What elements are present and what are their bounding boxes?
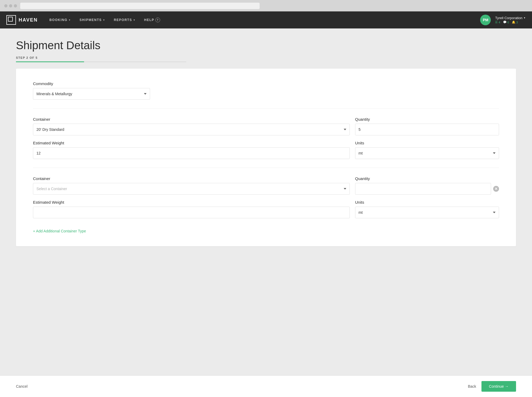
container-label-2: Container <box>33 176 350 181</box>
dot-minimize <box>9 4 12 7</box>
list-badge[interactable]: ☰ 4 <box>495 20 500 24</box>
container-select-2[interactable]: Select a Container 20' Dry Standard 40' … <box>33 183 350 195</box>
nav-shipments[interactable]: Shipments ▼ <box>76 11 109 28</box>
divider-2 <box>33 168 499 168</box>
commodity-select[interactable]: Minerals & Metallurgy Electronics Chemic… <box>33 88 150 100</box>
units-label-1: Units <box>355 141 499 145</box>
company-name[interactable]: Tyrell Corporation ▼ <box>495 16 526 20</box>
nav-logo[interactable]: HAVEN <box>6 15 38 25</box>
help-icon: ? <box>155 18 160 22</box>
container-col-1: Container 20' Dry Standard 40' Dry Stand… <box>33 117 350 135</box>
weight-label-2: Estimated Weight <box>33 200 350 204</box>
nav-help[interactable]: Help ? <box>141 11 163 28</box>
nav-booking[interactable]: Booking ▼ <box>46 11 74 28</box>
nav-shipments-caret: ▼ <box>103 19 105 21</box>
units-label-2: Units <box>355 200 499 204</box>
units-col-1: Units mt kg lbs <box>355 141 499 159</box>
weight-input-1[interactable] <box>33 147 350 159</box>
weight-row-1: Estimated Weight Units mt kg lbs <box>33 141 499 159</box>
notif-count: 3 <box>516 21 518 24</box>
weight-row-2: Estimated Weight Units mt kg lbs <box>33 200 499 218</box>
units-select-2[interactable]: mt kg lbs <box>355 207 499 218</box>
user-info: Tyrell Corporation ▼ ☰ 4 💬 6 🔔 3 <box>495 16 526 24</box>
notif-badge[interactable]: 🔔 3 <box>512 20 518 24</box>
weight-input-2[interactable] <box>33 207 350 218</box>
nav-links: Booking ▼ Shipments ▼ Reports ▼ Help ? <box>46 11 472 28</box>
list-count: 4 <box>498 21 500 24</box>
weight-col-2: Estimated Weight <box>33 200 350 218</box>
company-name-text: Tyrell Corporation <box>495 16 522 20</box>
main-content: Shipment Details Step 2 of 5 Commodity M… <box>0 28 532 375</box>
container-col-2: Container Select a Container 20' Dry Sta… <box>33 176 350 195</box>
nav-booking-label: Booking <box>49 18 68 22</box>
weight-col-1: Estimated Weight <box>33 141 350 159</box>
company-caret-icon: ▼ <box>523 17 526 19</box>
commodity-label: Commodity <box>33 81 499 86</box>
back-button[interactable]: Back <box>468 384 476 388</box>
logo-icon <box>6 15 16 25</box>
units-col-2: Units mt kg lbs <box>355 200 499 218</box>
step-label: Step 2 of 5 <box>16 56 516 59</box>
nav-reports[interactable]: Reports ▼ <box>111 11 139 28</box>
continue-button[interactable]: Continue → <box>481 381 516 392</box>
quantity-remove-row: ✕ <box>355 183 499 195</box>
container-row-1: Container 20' Dry Standard 40' Dry Stand… <box>33 117 499 135</box>
progress-bar-fill <box>16 61 84 62</box>
units-select-1[interactable]: mt kg lbs <box>355 147 499 159</box>
navbar: HAVEN Booking ▼ Shipments ▼ Reports ▼ He… <box>0 11 532 28</box>
remove-container-button[interactable]: ✕ <box>493 186 499 192</box>
avatar[interactable]: PM <box>480 15 491 25</box>
quantity-input-1[interactable] <box>355 124 499 135</box>
weight-label-1: Estimated Weight <box>33 141 350 145</box>
quantity-col-2: Quantity ✕ <box>355 176 499 195</box>
commodity-group: Commodity Minerals & Metallurgy Electron… <box>33 81 499 100</box>
nav-reports-caret: ▼ <box>133 19 135 21</box>
container-label-1: Container <box>33 117 350 122</box>
page-title: Shipment Details <box>16 39 516 52</box>
avatar-initials: PM <box>483 18 488 22</box>
nav-badges: ☰ 4 💬 6 🔔 3 <box>495 20 518 24</box>
address-bar[interactable] <box>20 3 260 9</box>
dot-close <box>4 4 7 7</box>
progress-bar-container <box>16 61 186 62</box>
quantity-input-2[interactable] <box>355 183 491 195</box>
container-row-2: Container Select a Container 20' Dry Sta… <box>33 176 499 195</box>
quantity-label-1: Quantity <box>355 117 499 122</box>
form-card: Commodity Minerals & Metallurgy Electron… <box>16 69 516 246</box>
footer: Cancel Back Continue → <box>0 375 532 397</box>
container-select-1[interactable]: 20' Dry Standard 40' Dry Standard 20' Re… <box>33 124 350 135</box>
dot-maximize <box>14 4 17 7</box>
list-icon: ☰ <box>495 20 498 24</box>
container-section-2: Container Select a Container 20' Dry Sta… <box>33 176 499 218</box>
browser-chrome <box>0 0 532 11</box>
chat-badge[interactable]: 💬 6 <box>503 20 509 24</box>
nav-help-label: Help <box>144 18 154 22</box>
add-container-link[interactable]: + Add Additional Container Type <box>33 229 86 233</box>
logo-text: HAVEN <box>19 17 38 23</box>
divider-1 <box>33 108 499 108</box>
chat-icon: 💬 <box>503 20 507 24</box>
browser-dots <box>4 4 17 7</box>
nav-right: PM Tyrell Corporation ▼ ☰ 4 💬 6 🔔 3 <box>480 15 526 25</box>
quantity-col-1: Quantity <box>355 117 499 135</box>
chat-count: 6 <box>508 21 509 24</box>
bell-icon: 🔔 <box>512 20 516 24</box>
quantity-label-2: Quantity <box>355 176 499 181</box>
cancel-button[interactable]: Cancel <box>16 384 28 388</box>
container-section-1: Container 20' Dry Standard 40' Dry Stand… <box>33 117 499 159</box>
nav-booking-caret: ▼ <box>69 19 71 21</box>
nav-reports-label: Reports <box>114 18 132 22</box>
nav-shipments-label: Shipments <box>80 18 102 22</box>
footer-right: Back Continue → <box>468 381 516 392</box>
